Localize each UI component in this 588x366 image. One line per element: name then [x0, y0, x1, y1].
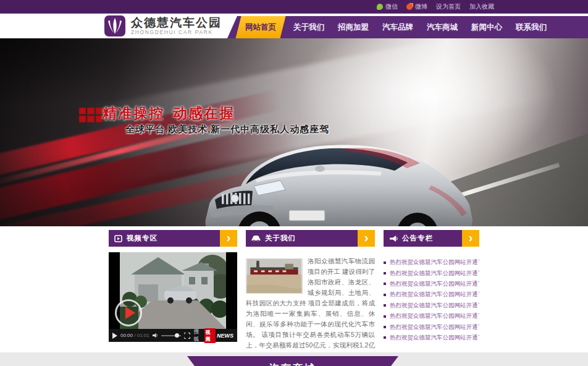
square-bullet-icon: [384, 326, 386, 328]
weibo-label: 微博: [415, 2, 427, 11]
wechat-label: 微信: [385, 2, 398, 11]
notice-item-text: 热烈祝贺众德慧汽车公园网站开通了！: [390, 270, 479, 278]
about-panel-title: 关于我们: [265, 234, 296, 243]
video-brand: 搜狐 视频 NEWS: [194, 328, 233, 343]
logo-subtitle: ZHONGDEHUI CAR PARK: [131, 29, 222, 35]
nav-item-about-label: 关于我们: [293, 23, 324, 32]
video-icon: [114, 235, 122, 242]
nav-item-brands-label: 汽车品牌: [382, 23, 413, 32]
nav-item-news[interactable]: 新闻中心: [464, 16, 509, 38]
brand-video-badge: 视频: [204, 328, 216, 343]
volume-slider[interactable]: [161, 335, 181, 336]
footer-section-banner: 汽车商城: [187, 356, 398, 366]
video-time: 00:00 / 01:01: [120, 333, 149, 338]
square-bullet-icon: [384, 294, 386, 296]
banner-grid-icon: [79, 108, 103, 122]
notice-item-text: 热烈祝贺众德慧汽车公园网站开通了！: [390, 258, 479, 266]
about-panel-header: 关于我们 ›: [246, 230, 375, 247]
nav-item-news-label: 新闻中心: [471, 23, 502, 32]
nav-item-about[interactable]: 关于我们: [287, 16, 331, 38]
notice-item[interactable]: 热烈祝贺众德慧汽车公园网站开通了！: [384, 300, 479, 311]
notice-panel-title: 公告专栏: [402, 234, 433, 243]
car-icon: [251, 235, 261, 242]
video-panel-more-button[interactable]: ›: [220, 230, 237, 247]
notice-item-text: 热烈祝贺众德慧汽车公园网站开通了！: [390, 312, 479, 320]
add-favorite-link[interactable]: 加入收藏: [469, 2, 494, 11]
video-play-button[interactable]: [112, 333, 117, 339]
notice-item[interactable]: 热烈祝贺众德慧汽车公园网站开通了！: [384, 268, 479, 278]
banner-subline: 全球平台,欧美技术,新一代中高级私人动感座驾: [125, 124, 329, 135]
notice-item-text: 热烈祝贺众德慧汽车公园网站开通了！: [390, 291, 479, 299]
square-bullet-icon: [384, 304, 386, 307]
set-homepage-link[interactable]: 设为首页: [436, 2, 461, 11]
notice-item[interactable]: 热烈祝贺众德慧汽车公园网站开通了！: [384, 289, 479, 300]
nav-item-mall-label: 汽车商城: [427, 23, 458, 32]
footer-section-title: 汽车商城: [187, 362, 398, 366]
logo-emblem-icon: [104, 15, 126, 37]
nav-item-home[interactable]: 网站首页: [236, 16, 286, 38]
logo-text: 众德慧汽车公园 ZHONGDEHUI CAR PARK: [131, 17, 222, 35]
notice-panel-header: 公告专栏 ›: [384, 230, 479, 247]
nav-item-brands[interactable]: 汽车品牌: [376, 16, 420, 38]
banner-headline-part2: 动感在握: [173, 105, 235, 121]
add-favorite-label: 加入收藏: [469, 2, 494, 11]
nav-item-mall[interactable]: 汽车商城: [420, 16, 464, 38]
brand-sohu-label: 搜狐: [194, 328, 203, 343]
square-bullet-icon: [384, 315, 386, 318]
hero-banner: 精准操控动感在握 全球平台,欧美技术,新一代中高级私人动感座驾: [0, 38, 588, 226]
about-panel-more-button[interactable]: ›: [358, 230, 375, 247]
nav-item-home-label: 网站首页: [245, 16, 276, 38]
logo[interactable]: 众德慧汽车公园 ZHONGDEHUI CAR PARK: [104, 15, 222, 37]
notice-item-text: 热烈祝贺众德慧汽车公园网站开通了！: [390, 302, 479, 310]
nav-item-join[interactable]: 招商加盟: [331, 16, 376, 38]
nav-item-join-label: 招商加盟: [338, 23, 369, 32]
banner-headline-part1: 精准操控: [103, 105, 164, 121]
notice-item[interactable]: 热烈祝贺众德慧汽车公园网站开通了！: [384, 321, 479, 332]
square-bullet-icon: [384, 272, 386, 274]
notice-item-text: 热烈祝贺众德慧汽车公园网站开通了！: [390, 280, 479, 288]
volume-icon[interactable]: [153, 333, 158, 338]
video-time-separator: /: [133, 333, 137, 338]
megaphone-icon: [389, 235, 398, 242]
notice-item[interactable]: 热烈祝贺众德慧汽车公园网站开通了！: [384, 333, 479, 343]
video-controls: 00:00 / 01:01 搜狐 视频 NEWS: [109, 329, 237, 342]
wechat-icon: [377, 4, 383, 10]
notice-item[interactable]: 热烈祝贺众德慧汽车公园网站开通了！: [384, 279, 479, 289]
notice-list: 热烈祝贺众德慧汽车公园网站开通了！ 热烈祝贺众德慧汽车公园网站开通了！ 热烈祝贺…: [384, 257, 479, 343]
banner-headline: 精准操控动感在握: [103, 104, 235, 123]
topbar: 微信 微博 设为首页 加入收藏: [0, 0, 588, 14]
nav-item-contact-label: 联系我们: [516, 23, 547, 32]
main-nav: 网站首页 关于我们 招商加盟 汽车品牌 汽车商城 新闻中心 联系我们: [227, 16, 588, 38]
video-panel-title: 视频专区: [127, 234, 158, 243]
notice-panel-more-button[interactable]: ›: [462, 230, 479, 247]
notice-item[interactable]: 热烈祝贺众德慧汽车公园网站开通了！: [384, 311, 479, 321]
notice-item-text: 热烈祝贺众德慧汽车公园网站开通了！: [390, 323, 479, 331]
topbar-links: 微信 微博 设为首页 加入收藏: [377, 0, 494, 14]
notice-item[interactable]: 热烈祝贺众德慧汽车公园网站开通了！: [384, 257, 479, 268]
video-play-overlay-button[interactable]: [115, 299, 142, 326]
volume-slider-handle[interactable]: [175, 333, 179, 338]
about-photo[interactable]: [246, 258, 303, 294]
weibo-icon: [406, 4, 413, 10]
fullscreen-icon[interactable]: [184, 333, 190, 339]
video-player[interactable]: 00:00 / 01:01 搜狐 视频 NEWS: [109, 252, 237, 342]
logo-title: 众德慧汽车公园: [131, 17, 222, 29]
square-bullet-icon: [384, 262, 386, 264]
brand-news-label: NEWS: [217, 333, 233, 339]
notice-item-text: 热烈祝贺众德慧汽车公园网站开通了！: [390, 334, 479, 342]
wechat-link[interactable]: 微信: [377, 2, 398, 11]
square-bullet-icon: [384, 283, 386, 285]
about-content: 洛阳众德慧汽车物流园项目的开工 建设得到了洛阳市政府、洛龙区、城乡规划局、土地局…: [246, 256, 375, 346]
video-panel-header: 视频专区 ›: [109, 230, 237, 247]
square-bullet-icon: [384, 336, 386, 339]
weibo-link[interactable]: 微博: [406, 2, 427, 11]
nav-item-contact[interactable]: 联系我们: [509, 16, 553, 38]
set-homepage-label: 设为首页: [436, 2, 461, 11]
video-time-total: 01:01: [137, 333, 149, 338]
video-time-current: 00:00: [120, 333, 133, 338]
